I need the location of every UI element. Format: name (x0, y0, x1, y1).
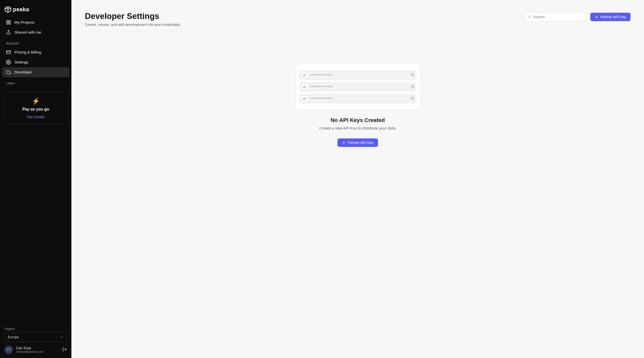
avatar[interactable]: CT (4, 345, 13, 354)
promo-card: ⚡ Pay as you go See Details (4, 92, 68, 124)
user-name: Can Tuna (16, 346, 60, 350)
plus-icon (595, 15, 598, 19)
logout-button[interactable] (62, 347, 67, 352)
sidebar-item-label: Pricing & Billing (14, 50, 41, 55)
sidebar-item-shared[interactable]: Shared with me (2, 27, 70, 37)
sidebar-section-learn: Learn (2, 77, 70, 87)
sidebar-item-label: Settings (14, 60, 28, 65)
svg-point-5 (8, 62, 9, 63)
keys-illustration: ************* ************* ************… (296, 64, 420, 110)
region-select[interactable]: Europe (4, 332, 68, 342)
main-content: Developer Settings Create, review, and e… (72, 0, 644, 358)
sidebar-item-label: Shared with me (14, 30, 41, 35)
promo-title: Pay as you go (8, 107, 64, 112)
sidebar-section-account: Account (2, 37, 70, 47)
key-row: ************* (299, 94, 416, 104)
brand-name: peaka (13, 6, 29, 13)
copy-icon (410, 96, 414, 101)
key-mask: ************* (310, 97, 410, 101)
card-icon (6, 50, 11, 55)
empty-state: ************* ************* ************… (85, 64, 630, 147)
svg-point-7 (303, 75, 304, 76)
empty-subtitle: Create a new API Key to distribute your … (319, 126, 396, 130)
button-label: Partner API Key (348, 141, 373, 145)
key-mask: ************* (310, 85, 410, 89)
cloud-icon (6, 70, 11, 75)
bolt-icon: ⚡ (8, 97, 64, 105)
key-icon (301, 72, 308, 78)
sidebar-item-label: Developer (14, 70, 32, 75)
svg-rect-12 (412, 98, 414, 99)
partner-api-key-button[interactable]: Partner API Key (590, 13, 630, 21)
svg-point-9 (303, 87, 304, 88)
sidebar-item-pricing-billing[interactable]: Pricing & Billing (2, 47, 70, 57)
plus-icon (342, 141, 346, 145)
copy-icon (410, 85, 414, 89)
svg-rect-2 (7, 23, 8, 25)
svg-rect-8 (412, 74, 414, 76)
svg-rect-3 (9, 23, 10, 25)
page-header: Developer Settings Create, review, and e… (85, 12, 630, 31)
search-box[interactable] (524, 13, 586, 22)
svg-rect-1 (9, 21, 10, 22)
sidebar: peaka My Projects Shared with me Account… (0, 0, 72, 358)
svg-rect-10 (412, 86, 414, 88)
copy-icon (410, 73, 414, 78)
region-label: Region (4, 327, 68, 332)
key-icon (301, 84, 308, 90)
region-block: Region Europe (2, 327, 70, 342)
share-icon (6, 30, 11, 35)
user-meta: Can Tuna mevlut@peaka.com (16, 346, 60, 353)
empty-title: No API Keys Created (330, 117, 385, 124)
page-subtitle: Create, review, and edit development inf… (85, 23, 181, 27)
user-email: mevlut@peaka.com (16, 350, 60, 353)
sidebar-item-label: My Projects (14, 20, 34, 25)
partner-api-key-button-center[interactable]: Partner API Key (338, 138, 378, 147)
page-title: Developer Settings (85, 12, 181, 21)
gear-icon (6, 60, 11, 65)
key-icon (301, 95, 308, 102)
logout-icon (62, 347, 67, 351)
svg-point-11 (303, 98, 304, 100)
promo-see-details[interactable]: See Details (8, 115, 64, 119)
svg-rect-4 (6, 51, 11, 54)
svg-point-6 (528, 16, 530, 18)
sidebar-item-developer[interactable]: Developer (2, 67, 70, 77)
region-value: Europe (8, 335, 19, 339)
brand-icon (4, 6, 12, 13)
search-input[interactable] (533, 15, 583, 19)
grid-icon (6, 20, 11, 25)
button-label: Partner API Key (600, 15, 626, 19)
user-row: CT Can Tuna mevlut@peaka.com (2, 342, 70, 355)
key-row: ************* (299, 82, 416, 92)
search-icon (528, 15, 531, 19)
key-mask: ************* (310, 74, 410, 77)
chevron-down-icon (60, 335, 64, 339)
brand-logo[interactable]: peaka (2, 4, 70, 18)
svg-rect-0 (7, 21, 8, 22)
sidebar-item-my-projects[interactable]: My Projects (2, 18, 70, 27)
key-row: ************* (299, 70, 416, 80)
sidebar-item-settings[interactable]: Settings (2, 57, 70, 67)
